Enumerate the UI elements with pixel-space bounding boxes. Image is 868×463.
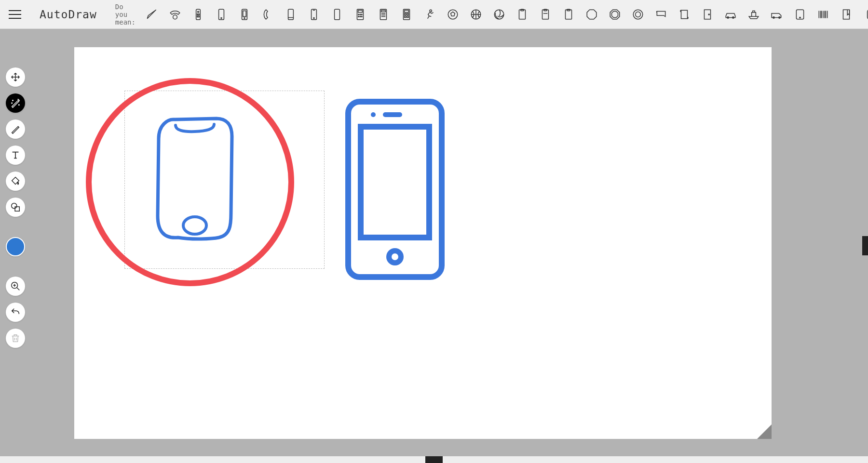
svg-point-71 bbox=[13, 100, 13, 101]
svg-rect-3 bbox=[197, 13, 199, 14]
suggestion-barcode-icon[interactable] bbox=[815, 7, 831, 22]
delete-button[interactable] bbox=[6, 329, 25, 348]
svg-point-54 bbox=[708, 13, 709, 14]
svg-rect-12 bbox=[312, 9, 317, 20]
svg-point-14 bbox=[313, 17, 314, 18]
svg-rect-32 bbox=[407, 13, 408, 14]
svg-rect-87 bbox=[383, 112, 402, 117]
smartphone-clipart[interactable] bbox=[344, 98, 446, 281]
suggestion-soccer-icon[interactable] bbox=[445, 7, 461, 22]
svg-point-20 bbox=[361, 14, 362, 15]
suggestion-smartphone-3-icon[interactable] bbox=[283, 7, 298, 22]
suggestion-bookmark-icon[interactable] bbox=[839, 7, 854, 22]
svg-point-22 bbox=[360, 16, 361, 17]
suggestion-clipboard-3-icon[interactable] bbox=[561, 7, 576, 22]
svg-point-36 bbox=[448, 10, 458, 19]
suggestion-volleyball-icon[interactable] bbox=[491, 7, 507, 22]
color-picker[interactable] bbox=[6, 237, 25, 256]
svg-point-0 bbox=[173, 15, 177, 19]
svg-marker-49 bbox=[611, 11, 618, 17]
menu-button[interactable] bbox=[9, 7, 21, 22]
suggestion-clipboard-2-icon[interactable] bbox=[538, 7, 553, 22]
suggestion-smartphone-2-icon[interactable] bbox=[237, 7, 252, 22]
svg-point-81 bbox=[183, 217, 206, 234]
suggestion-car-icon[interactable] bbox=[723, 7, 738, 22]
zoom-tool[interactable] bbox=[6, 277, 25, 296]
left-toolbar bbox=[5, 67, 26, 348]
suggestion-octagon-1-icon[interactable] bbox=[584, 7, 599, 22]
svg-marker-37 bbox=[451, 12, 455, 16]
svg-rect-34 bbox=[407, 16, 408, 17]
suggestion-handset-icon[interactable] bbox=[260, 7, 275, 22]
side-scroll-handle[interactable] bbox=[862, 236, 868, 255]
suggestion-ship-icon[interactable] bbox=[746, 7, 761, 22]
suggestion-door-icon[interactable] bbox=[700, 7, 715, 22]
svg-point-72 bbox=[19, 105, 19, 105]
canvas-resize-handle[interactable] bbox=[757, 424, 772, 439]
suggestion-banner-icon[interactable] bbox=[653, 7, 669, 22]
shape-tool[interactable] bbox=[6, 198, 25, 217]
svg-rect-52 bbox=[681, 10, 687, 18]
suggestion-calculator-2-icon[interactable] bbox=[376, 7, 391, 22]
suggestion-prompt: Do you mean: bbox=[115, 3, 136, 26]
svg-point-50 bbox=[633, 10, 643, 19]
suggestion-van-icon[interactable] bbox=[769, 7, 785, 22]
suggestion-strip bbox=[144, 7, 868, 22]
suggestion-pencil-icon[interactable] bbox=[144, 7, 160, 22]
suggestion-remote-icon[interactable] bbox=[190, 7, 206, 22]
svg-point-73 bbox=[12, 103, 12, 103]
svg-point-85 bbox=[392, 253, 398, 260]
suggestion-clipboard-1-icon[interactable] bbox=[515, 7, 530, 22]
suggestion-smartphone-5-icon[interactable] bbox=[329, 7, 345, 22]
suggestion-basketball-icon[interactable] bbox=[468, 7, 484, 22]
suggestion-octagon-2-icon[interactable] bbox=[607, 7, 623, 22]
suggestion-scroll-icon[interactable] bbox=[677, 7, 692, 22]
svg-point-6 bbox=[221, 17, 222, 18]
autodraw-tool[interactable] bbox=[6, 93, 25, 113]
suggestion-mouse-icon[interactable] bbox=[862, 7, 868, 22]
svg-point-18 bbox=[358, 14, 359, 15]
svg-point-21 bbox=[358, 16, 359, 17]
svg-point-9 bbox=[244, 17, 245, 18]
fill-tool[interactable] bbox=[6, 172, 25, 191]
svg-rect-30 bbox=[405, 10, 409, 12]
suggestion-calculator-3-icon[interactable] bbox=[399, 7, 414, 22]
svg-rect-83 bbox=[361, 127, 429, 238]
suggestion-smartphone-4-icon[interactable] bbox=[306, 7, 322, 22]
bottom-scrollbar[interactable] bbox=[0, 456, 868, 463]
draw-tool[interactable] bbox=[6, 119, 25, 139]
svg-rect-5 bbox=[219, 9, 224, 20]
svg-point-74 bbox=[12, 203, 17, 209]
suggestion-running-icon[interactable] bbox=[422, 7, 437, 22]
suggestion-ring-icon[interactable] bbox=[630, 7, 646, 22]
svg-rect-33 bbox=[405, 16, 406, 17]
suggestion-smartphone-1-icon[interactable] bbox=[214, 7, 229, 22]
svg-point-23 bbox=[361, 16, 362, 17]
top-bar: AutoDraw Do you mean: bbox=[0, 0, 868, 29]
suggestion-tablet-icon[interactable] bbox=[792, 7, 808, 22]
svg-line-77 bbox=[17, 288, 20, 291]
svg-rect-75 bbox=[15, 207, 19, 211]
svg-point-19 bbox=[360, 14, 361, 15]
undo-button[interactable] bbox=[6, 303, 25, 322]
svg-point-51 bbox=[636, 12, 641, 17]
svg-rect-4 bbox=[197, 16, 199, 17]
svg-point-60 bbox=[800, 17, 800, 18]
svg-rect-15 bbox=[335, 9, 340, 20]
user-drawing-phone[interactable] bbox=[149, 110, 274, 250]
svg-point-86 bbox=[371, 112, 376, 117]
svg-rect-25 bbox=[381, 10, 386, 12]
canvas-area[interactable] bbox=[74, 47, 772, 439]
svg-rect-10 bbox=[288, 9, 294, 20]
suggestion-phone-rotary-icon[interactable] bbox=[167, 7, 183, 22]
svg-marker-47 bbox=[587, 10, 597, 19]
type-tool[interactable] bbox=[6, 146, 25, 165]
select-tool[interactable] bbox=[6, 67, 25, 87]
scrollbar-thumb[interactable] bbox=[425, 456, 443, 463]
svg-point-35 bbox=[430, 10, 432, 12]
svg-rect-31 bbox=[405, 13, 406, 14]
svg-rect-1 bbox=[196, 9, 201, 20]
suggestion-calculator-1-icon[interactable] bbox=[353, 7, 368, 22]
svg-rect-8 bbox=[243, 11, 246, 16]
app-title: AutoDraw bbox=[40, 8, 97, 21]
